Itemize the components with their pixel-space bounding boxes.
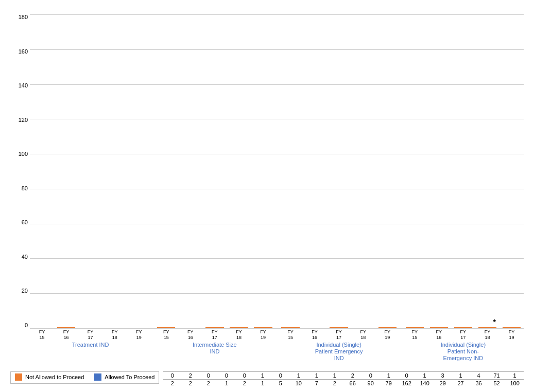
fy-label: FY 19	[499, 329, 524, 341]
table-cell: 1	[217, 380, 235, 386]
fy-label: FY 15	[403, 329, 427, 341]
y-axis-label: 100	[19, 151, 28, 157]
chart-area: 180160140120100806040200 * FY 15FY 16FY …	[10, 14, 524, 369]
y-axis-label: 60	[22, 220, 28, 225]
y-axis: 180160140120100806040200	[10, 14, 30, 369]
asterisk-marker: *	[493, 318, 495, 326]
table-cell: 1	[325, 372, 343, 379]
table-cell: 1	[416, 372, 434, 379]
legend-color-box	[94, 373, 101, 381]
fy-label: FY 19	[127, 329, 151, 341]
y-axis-label: 20	[22, 288, 28, 294]
table-cell: 2	[181, 380, 199, 386]
table-data-row: 020001011120101314711	[163, 371, 524, 379]
table-cell: 5	[271, 380, 289, 386]
bottom-section: Not Allowed to ProceedAllowed To Proceed…	[10, 370, 524, 387]
fy-label: FY 17	[327, 329, 351, 341]
chart-container: 180160140120100806040200 * FY 15FY 16FY …	[0, 0, 534, 392]
fy-label: FY 16	[54, 329, 78, 341]
group-label: Treatment IND	[72, 342, 109, 348]
table-cell: 1	[452, 372, 470, 379]
x-group: FY 15FY 16FY 17FY 18FY 19Intermediate Si…	[154, 328, 275, 369]
table-left: Not Allowed to ProceedAllowed To Proceed	[10, 371, 159, 384]
fy-label: FY 17	[451, 329, 475, 341]
legend: Not Allowed to ProceedAllowed To Proceed	[15, 373, 154, 381]
table-cell: 2	[199, 380, 217, 386]
table-cell: 2	[163, 380, 181, 386]
table-cell: 1	[253, 372, 271, 379]
fy-labels-row: FY 15FY 16FY 17FY 18FY 19	[30, 329, 151, 341]
table-cell: 0	[361, 372, 380, 379]
fy-label: FY 19	[375, 329, 400, 341]
table-cell: 90	[361, 380, 380, 386]
legend-and-table: Not Allowed to ProceedAllowed To Proceed…	[10, 370, 524, 387]
y-axis-label: 120	[19, 117, 28, 123]
table-cell: 0	[163, 372, 181, 379]
fy-label: FY 18	[102, 329, 127, 341]
y-axis-label: 140	[19, 83, 28, 88]
plot-area: * FY 15FY 16FY 17FY 18FY 19Treatment IND…	[30, 14, 524, 369]
group-label: Intermediate Size IND	[193, 342, 237, 355]
fy-labels-row: FY 15FY 16FY 17FY 18FY 19	[279, 329, 400, 341]
fy-label: FY 18	[351, 329, 375, 341]
table-cell: 1	[253, 380, 271, 386]
x-group: FY 15FY 16FY 17FY 18FY 19Individual (Sin…	[279, 328, 400, 369]
x-labels-area: FY 15FY 16FY 17FY 18FY 19Treatment INDFY…	[30, 328, 524, 369]
table-cell: 2	[235, 380, 253, 386]
x-group: FY 15FY 16FY 17FY 18FY 19Treatment IND	[30, 328, 151, 369]
table-right: 0200010111201013147112221215107266907916…	[163, 371, 524, 387]
table-cell: 162	[398, 380, 416, 386]
table-cell: 3	[434, 372, 452, 379]
legend-box: Not Allowed to ProceedAllowed To Proceed	[10, 371, 159, 384]
fy-label: FY 18	[227, 329, 251, 341]
y-axis-label: 80	[22, 186, 28, 191]
bars-row: *	[30, 14, 524, 328]
group-label: Individual (Single) Patient Non- Emergen…	[441, 342, 486, 362]
table-cell: 52	[488, 380, 506, 386]
group-label: Individual (Single) Patient Emergency IN…	[315, 342, 363, 362]
fy-label: FY 18	[475, 329, 499, 341]
fy-label: FY 16	[303, 329, 327, 341]
table-data-row: 2221215107266907916214029273652100	[163, 379, 524, 387]
y-axis-label: 40	[22, 254, 28, 260]
fy-labels-row: FY 15FY 16FY 17FY 18FY 19	[403, 329, 524, 341]
fy-label: FY 15	[30, 329, 54, 341]
data-table: Not Allowed to ProceedAllowed To Proceed…	[10, 371, 524, 387]
table-cell: 29	[434, 380, 452, 386]
table-cell: 0	[235, 372, 253, 379]
table-cell: 100	[506, 380, 524, 386]
table-cell: 2	[325, 380, 343, 386]
y-axis-label: 0	[25, 323, 28, 328]
legend-label: Allowed To Proceed	[105, 374, 154, 380]
table-cell: 4	[470, 372, 488, 379]
fy-label: FY 17	[78, 329, 102, 341]
table-cell: 36	[470, 380, 488, 386]
fy-label: FY 19	[251, 329, 275, 341]
table-cell: 0	[398, 372, 416, 379]
table-cell: 1	[506, 372, 524, 379]
fy-labels-row: FY 15FY 16FY 17FY 18FY 19	[154, 329, 275, 341]
y-axis-label: 180	[19, 14, 28, 20]
table-cell: 79	[380, 380, 398, 386]
legend-allowed: Allowed To Proceed	[94, 373, 154, 381]
table-cell: 0	[271, 372, 289, 379]
legend-not-allowed: Not Allowed to Proceed	[15, 373, 84, 381]
x-group: FY 15FY 16FY 17FY 18FY 19Individual (Sin…	[403, 328, 524, 369]
table-cell: 66	[343, 380, 361, 386]
table-cell: 27	[452, 380, 470, 386]
fy-label: FY 16	[178, 329, 202, 341]
table-cell: 71	[488, 372, 506, 379]
y-axis-label: 160	[19, 49, 28, 55]
table-cell: 0	[199, 372, 217, 379]
table-cell: 2	[343, 372, 361, 379]
table-cell: 1	[380, 372, 398, 379]
table-cell: 2	[181, 372, 199, 379]
fy-label: FY 16	[427, 329, 451, 341]
legend-label: Not Allowed to Proceed	[25, 374, 84, 380]
table-cell: 140	[416, 380, 434, 386]
fy-label: FY 15	[154, 329, 178, 341]
table-cell: 10	[289, 380, 307, 386]
fy-label: FY 17	[202, 329, 227, 341]
table-cell: 7	[307, 380, 325, 386]
table-cell: 1	[307, 372, 325, 379]
